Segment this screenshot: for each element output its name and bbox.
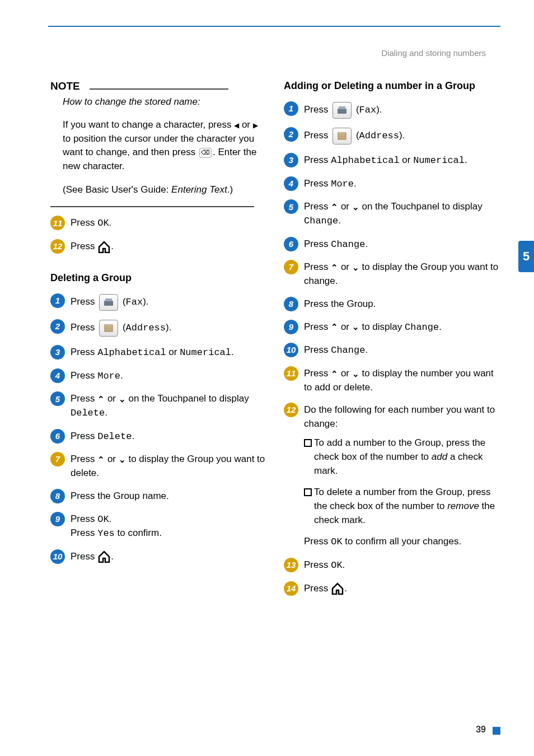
g-step-12: 12 Do the following for each number you …: [284, 402, 500, 549]
g-step-4: 4 Press More.: [284, 176, 500, 192]
d-step-9: 9 Press OK. Press Yes to confirm.: [50, 511, 267, 541]
fax-icon: [99, 294, 118, 311]
home-icon: [97, 241, 111, 253]
g-step-7: 7 Press ⌃ or ⌄ to display the Group you …: [284, 259, 500, 288]
d-step-6: 6 Press Delete.: [50, 428, 267, 444]
backspace-icon: ⌫: [199, 148, 212, 158]
heading-add-delete: Adding or Deleting a number in a Group: [284, 78, 500, 93]
g-step-3: 3 Press Alphabetical or Numerical.: [284, 152, 500, 168]
home-icon: [97, 550, 111, 563]
note-label: NOTE: [50, 78, 267, 94]
svg-rect-6: [338, 109, 346, 114]
d-step-8: 8 Press the Group name.: [50, 488, 267, 503]
d-step-2: 2 Press (Address).: [50, 319, 267, 337]
left-column: NOTE How to change the stored name: If y…: [50, 78, 267, 604]
g-step-11: 11 Press ⌃ or ⌄ to display the number yo…: [284, 366, 500, 394]
heading-deleting-group: Deleting a Group: [50, 270, 267, 285]
page-number: 39: [476, 725, 486, 735]
bullet-delete: To delete a number from the Group, press…: [314, 486, 500, 527]
note-rule-bottom: [50, 206, 254, 207]
address-icon: [332, 128, 352, 144]
top-rule: [48, 26, 500, 27]
right-column: Adding or Deleting a number in a Group 1…: [284, 78, 500, 604]
d-step-10: 10 Press .: [50, 549, 267, 564]
chapter-tab: 5: [518, 241, 534, 272]
note-paragraph-1: If you want to change a character, press…: [63, 118, 267, 174]
g-step-14: 14 Press .: [284, 581, 500, 596]
step-number-11: 11: [50, 216, 65, 230]
note-intro: How to change the stored name:: [63, 95, 267, 109]
d-step-3: 3 Press Alphabetical or Numerical.: [50, 344, 267, 360]
fax-icon: [332, 102, 352, 119]
svg-rect-7: [339, 106, 345, 109]
d-step-5: 5 Press ⌃ or ⌄ on the Touchpanel to disp…: [50, 391, 267, 420]
g-step-5: 5 Press ⌃ or ⌄ on the Touchpanel to disp…: [284, 199, 500, 228]
up-icon: ⌃: [97, 393, 105, 405]
note-see: (See Basic User's Guide: Entering Text.): [63, 183, 267, 197]
g-step-2: 2 Press (Address).: [284, 127, 500, 144]
right-arrow-icon: [253, 119, 258, 130]
g-step-8: 8 Press the Group.: [284, 296, 500, 311]
d-step-1: 1 Press (Fax).: [50, 293, 267, 311]
d-step-7: 7 Press ⌃ or ⌄ to display the Group you …: [50, 451, 267, 480]
g-step-6: 6 Press Change.: [284, 236, 500, 252]
down-icon: ⌄: [119, 393, 126, 405]
g-step-10: 10 Press Change.: [284, 342, 500, 358]
left-arrow-icon: [234, 119, 239, 130]
d-step-4: 4 Press More.: [50, 368, 267, 384]
svg-rect-1: [105, 298, 112, 301]
step-number-12: 12: [50, 239, 65, 254]
page-mark: [493, 727, 500, 735]
svg-rect-0: [104, 301, 113, 306]
home-icon: [331, 582, 344, 595]
header-section: Dialing and storing numbers: [381, 48, 486, 58]
g-step-1: 1 Press (Fax).: [284, 101, 500, 119]
bullet-list: To add a number to the Group, press the …: [304, 436, 500, 527]
g-step-9: 9 Press ⌃ or ⌄ to display Change.: [284, 319, 500, 335]
address-icon: [99, 320, 118, 337]
step-11: 11 Press OK.: [50, 215, 267, 231]
g-step-13: 13 Press OK.: [284, 557, 500, 573]
bullet-add: To add a number to the Group, press the …: [314, 436, 500, 478]
note-body: How to change the stored name: If you wa…: [63, 95, 267, 197]
content: NOTE How to change the stored name: If y…: [50, 78, 500, 604]
step-12: 12 Press .: [50, 239, 267, 254]
